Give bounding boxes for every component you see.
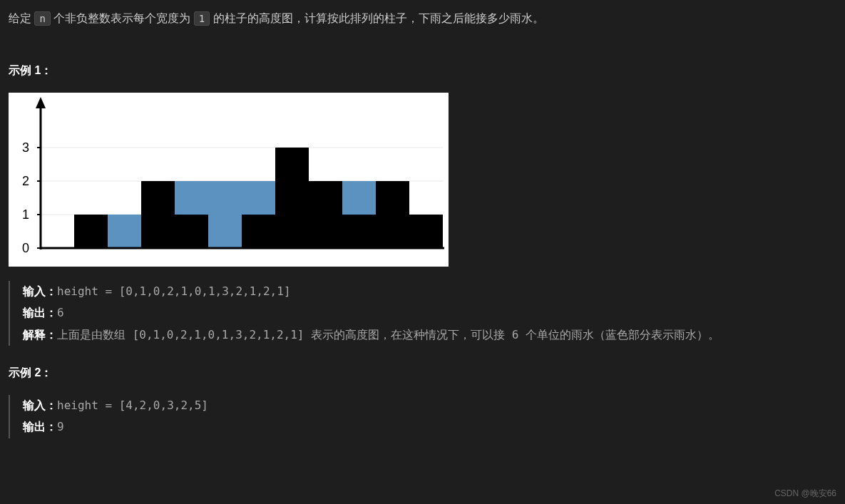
rain-chart: 0123 bbox=[9, 93, 449, 267]
example-1-box: 输入：height = [0,1,0,2,1,0,1,3,2,1,2,1] 输出… bbox=[9, 281, 836, 346]
input-label: 输入： bbox=[23, 284, 57, 298]
water-column bbox=[242, 181, 275, 215]
bar-column bbox=[376, 181, 409, 248]
water-column bbox=[342, 181, 376, 215]
bar-column bbox=[309, 181, 342, 248]
output-label: 输出： bbox=[23, 306, 57, 319]
water-column bbox=[208, 181, 242, 248]
inline-code-n: n bbox=[34, 11, 50, 26]
water-column bbox=[108, 215, 141, 248]
output-value: 6 bbox=[57, 306, 64, 319]
bar-column bbox=[74, 215, 108, 248]
output-value: 9 bbox=[57, 420, 64, 433]
y-tick-label: 0 bbox=[22, 241, 29, 255]
example-2-title: 示例 2： bbox=[9, 366, 836, 381]
y-tick-label: 3 bbox=[22, 140, 29, 155]
water-column bbox=[175, 181, 208, 215]
bar-column bbox=[275, 148, 309, 248]
inline-code-1: 1 bbox=[194, 11, 210, 26]
example-1-title: 示例 1： bbox=[9, 63, 836, 78]
example-1: 示例 1： 0123 输入：height = [0,1,0,2,1,0,1,3,… bbox=[9, 63, 836, 346]
example-2: 示例 2： 输入：height = [4,2,0,3,2,5] 输出：9 bbox=[9, 366, 836, 438]
bar-column bbox=[175, 215, 208, 248]
y-tick-label: 2 bbox=[22, 174, 29, 188]
output-label: 输出： bbox=[23, 420, 57, 433]
desc-text: 给定 bbox=[9, 12, 34, 24]
watermark: CSDN @晚安66 bbox=[774, 488, 836, 500]
y-tick-label: 1 bbox=[22, 207, 29, 222]
input-value: height = [0,1,0,2,1,0,1,3,2,1,2,1] bbox=[57, 284, 291, 298]
bar-column bbox=[141, 181, 175, 248]
explain-label: 解释： bbox=[23, 328, 57, 341]
explain-value: 上面是由数组 [0,1,0,2,1,0,1,3,2,1,2,1] 表示的高度图，… bbox=[57, 328, 719, 341]
bar-column bbox=[342, 215, 376, 248]
desc-text: 的柱子的高度图，计算按此排列的柱子，下雨之后能接多少雨水。 bbox=[210, 12, 543, 24]
bar-column bbox=[242, 215, 275, 248]
desc-text: 个非负整数表示每个宽度为 bbox=[51, 12, 194, 24]
problem-description: 给定 n 个非负整数表示每个宽度为 1 的柱子的高度图，计算按此排列的柱子，下雨… bbox=[9, 9, 836, 29]
example-2-box: 输入：height = [4,2,0,3,2,5] 输出：9 bbox=[9, 395, 836, 438]
input-label: 输入： bbox=[23, 398, 57, 412]
input-value: height = [4,2,0,3,2,5] bbox=[57, 398, 208, 412]
chart-svg: 0123 bbox=[9, 93, 449, 267]
bar-column bbox=[409, 215, 443, 248]
